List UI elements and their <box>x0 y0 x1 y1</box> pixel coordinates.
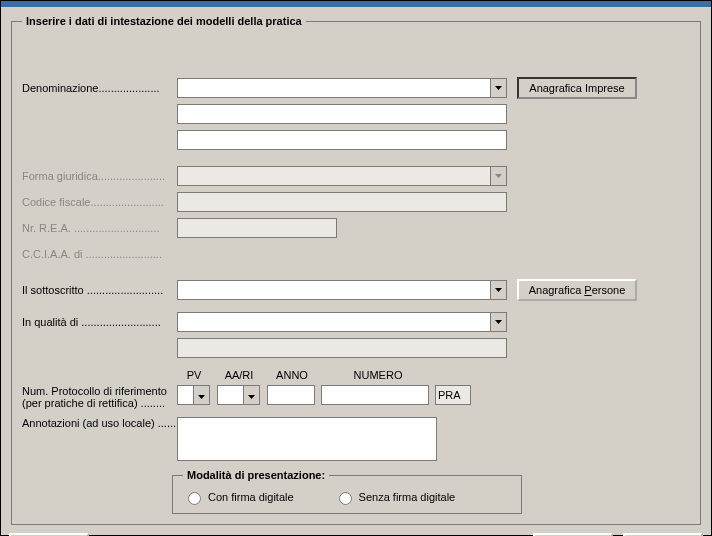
label-cciaa: C.C.I.A.A. di ......................... <box>22 248 177 260</box>
window: (3) Nuova pratica - Modulo base I2 (MODI… <box>0 0 712 536</box>
hdr-anno: ANNO <box>267 369 317 381</box>
row-in-qualita-extra <box>22 337 690 359</box>
proto-headers: PV AA/RI ANNO NUMERO <box>177 369 690 381</box>
presentazione-group: Modalità di presentazione: Con firma dig… <box>172 469 522 514</box>
label-protocollo: Num. Protocollo di riferimento (per prat… <box>22 385 177 409</box>
row-denom-extra2 <box>22 129 690 151</box>
btn-label: Anagrafica Persone <box>529 284 626 296</box>
denominazione-drop[interactable] <box>490 78 507 98</box>
row-in-qualita: In qualità di .......................... <box>22 311 690 333</box>
presentazione-legend: Modalità di presentazione: <box>183 469 329 481</box>
chevron-down-icon <box>495 86 502 90</box>
chevron-down-icon <box>495 320 502 324</box>
sottoscritto-input[interactable] <box>177 280 490 300</box>
anagrafica-imprese-button[interactable]: Anagrafica Imprese <box>517 77 637 99</box>
hdr-aari: AA/RI <box>217 369 261 381</box>
row-sottoscritto: Il sottoscritto ........................… <box>22 279 690 301</box>
svg-marker-2 <box>495 288 502 292</box>
svg-marker-1 <box>495 174 502 178</box>
chevron-down-icon <box>495 288 502 292</box>
chevron-down-icon <box>248 389 255 401</box>
sottoscritto-combo[interactable] <box>177 280 507 300</box>
forma-giuridica-combo <box>177 166 507 186</box>
presentazione-options: Con firma digitale Senza firma digitale <box>183 489 511 505</box>
aari-drop[interactable] <box>243 385 260 405</box>
header-group: Inserire i dati di intestazione dei mode… <box>11 15 701 525</box>
radio-con-firma-input[interactable] <box>188 492 201 505</box>
chevron-down-icon <box>198 389 205 401</box>
svg-marker-5 <box>248 395 255 399</box>
proto-suffix <box>435 385 471 405</box>
in-qualita-input[interactable] <box>177 312 490 332</box>
anno-input[interactable] <box>267 385 315 405</box>
nr-rea-input <box>177 218 337 238</box>
row-annotazioni: Annotazioni (ad uso locale) ...... <box>22 417 690 461</box>
denominazione-extra2[interactable] <box>177 130 507 150</box>
in-qualita-extra <box>177 338 507 358</box>
forma-giuridica-drop <box>490 166 507 186</box>
radio-senza-firma-input[interactable] <box>339 492 352 505</box>
label-denominazione: Denominazione.................... <box>22 82 177 94</box>
row-denominazione: Denominazione.................... Anagra… <box>22 77 690 99</box>
hdr-pv: PV <box>177 369 211 381</box>
radio-senza-firma[interactable]: Senza firma digitale <box>334 489 456 505</box>
svg-marker-3 <box>495 320 502 324</box>
annotazioni-textarea[interactable] <box>177 417 437 461</box>
row-codice-fiscale: Codice fiscale........................ <box>22 191 690 213</box>
hdr-numero: NUMERO <box>323 369 433 381</box>
row-denom-extra1 <box>22 103 690 125</box>
aari-combo[interactable] <box>217 385 261 405</box>
label-sottoscritto: Il sottoscritto ........................… <box>22 284 177 296</box>
group-legend: Inserire i dati di intestazione dei mode… <box>22 15 306 27</box>
client-area: Inserire i dati di intestazione dei mode… <box>1 7 711 536</box>
sottoscritto-drop[interactable] <box>490 280 507 300</box>
form-area: Denominazione.................... Anagra… <box>22 77 690 514</box>
label-in-qualita: In qualità di .......................... <box>22 316 177 328</box>
row-cciaa: C.C.I.A.A. di ......................... <box>22 243 690 265</box>
aari-input[interactable] <box>217 385 243 405</box>
in-qualita-combo[interactable] <box>177 312 507 332</box>
forma-giuridica-input <box>177 166 490 186</box>
svg-marker-4 <box>198 395 205 399</box>
row-nr-rea: Nr. R.E.A. ............................ <box>22 217 690 239</box>
chevron-down-icon <box>495 174 502 178</box>
codice-fiscale-input <box>177 192 507 212</box>
pv-drop[interactable] <box>193 385 210 405</box>
pv-input[interactable] <box>177 385 193 405</box>
label-forma-giuridica: Forma giuridica...................... <box>22 170 177 182</box>
pv-combo[interactable] <box>177 385 211 405</box>
row-protocollo: Num. Protocollo di riferimento (per prat… <box>22 385 690 409</box>
proto-fields <box>177 385 471 405</box>
footer: Annulla < Indietro Avanti > <box>9 531 703 536</box>
denominazione-extra1[interactable] <box>177 104 507 124</box>
numero-input[interactable] <box>321 385 429 405</box>
radio-con-firma[interactable]: Con firma digitale <box>183 489 294 505</box>
svg-marker-0 <box>495 86 502 90</box>
anagrafica-persone-button[interactable]: Anagrafica Persone <box>517 279 637 301</box>
denominazione-input[interactable] <box>177 78 490 98</box>
denominazione-combo[interactable] <box>177 78 507 98</box>
label-annotazioni: Annotazioni (ad uso locale) ...... <box>22 417 177 429</box>
in-qualita-drop[interactable] <box>490 312 507 332</box>
label-nr-rea: Nr. R.E.A. ............................ <box>22 222 177 234</box>
row-forma-giuridica: Forma giuridica...................... <box>22 165 690 187</box>
label-codice-fiscale: Codice fiscale........................ <box>22 196 177 208</box>
btn-label: Anagrafica Imprese <box>529 82 624 94</box>
